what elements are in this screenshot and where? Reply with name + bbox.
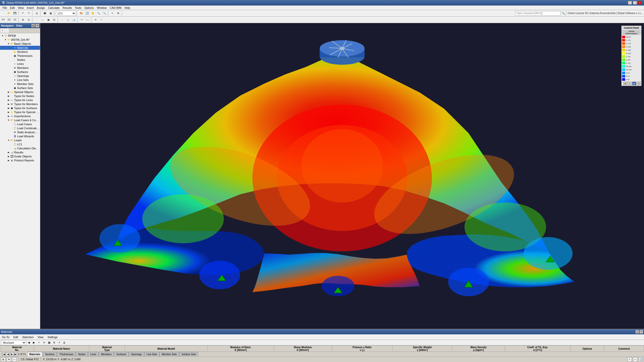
statusbar-btn2[interactable]: 👁 [7,357,11,362]
tree-item-openings[interactable]: □ Openings [0,74,40,78]
tab-members[interactable]: Members [99,352,114,356]
maximize-button[interactable]: □ [633,1,637,5]
settings-label[interactable]: Settings [47,336,59,339]
menu-item-help[interactable]: Help [123,6,132,10]
fit-view-button[interactable]: ⊡ [26,17,31,23]
menu-item-results[interactable]: Results [61,6,73,10]
tree-item-calc-diagrams[interactable]: 📊 Calculation Diagrams [0,146,40,150]
xz-view-button[interactable]: XZ [6,17,12,23]
tree-item-project[interactable]: ▼ 📁 000709_Zeit.rf6* [0,38,40,42]
tree-item-load-cases[interactable]: 📋 Load Cases [0,122,40,126]
save-button[interactable]: 💾 [12,11,18,16]
btm-nav-next-btn[interactable]: ▶ [32,340,36,345]
tab-openings[interactable]: Openings [129,352,144,356]
materials-table-container[interactable]: MaterialNo. Material Name MaterialType M… [0,345,644,351]
tree-item-member-sets[interactable]: ≡ Member Sets [0,82,40,86]
yz-view-button[interactable]: YZ [12,17,18,23]
statusbar-right-btn1[interactable]: + [627,357,632,362]
deform-toggle[interactable]: 〜 [79,17,85,23]
tree-item-imperfections[interactable]: ▶ ⚠ Imperfections [0,114,40,118]
btm-add-btn[interactable]: + [37,340,41,345]
legend-active-btn[interactable]: ■ [632,82,636,85]
iso-view-button[interactable]: ⊞ [20,17,26,23]
menu-item-file[interactable]: File [1,6,9,10]
tree-item-load-wizards[interactable]: 🔮 Load Wizards [0,134,40,138]
menu-item-insert[interactable]: Insert [25,6,35,10]
legend-close-btn[interactable]: ✕ [637,82,641,85]
tree-item-line-sets[interactable]: ≡ Line Sets [0,78,40,82]
tree-item-types-nodes[interactable]: ▶ · Types for Nodes [0,94,40,98]
tree-item-thicknesses[interactable]: ▦ Thicknesses [0,54,40,58]
navigator-float-button[interactable]: ◱ [31,24,35,27]
tree-item-printout-reports[interactable]: ▶ 🖨 Printout Reports [0,158,40,162]
rotate-button[interactable]: 🔄 [84,11,90,16]
menu-item-assign[interactable]: Assign [35,6,47,10]
minimize-button[interactable]: _ [628,1,632,5]
tree-item-types-lines[interactable]: ▶ — Types for Lines [0,98,40,102]
tree-item-nodes[interactable]: · Nodes [0,58,40,62]
tab-surface-sets[interactable]: Surface Sets [179,352,198,356]
menu-item-view[interactable]: View [16,6,25,10]
tree-item-types-surfaces[interactable]: ▶ ▣ Types for Surfaces [0,106,40,110]
print-button[interactable]: 🖨 [34,11,39,16]
tree-item-members[interactable]: ⊟ Members [0,66,40,70]
tree-item-guide-objects[interactable]: ▶ 🔲 Guide Objects [0,154,40,158]
load-case-select[interactable]: LC1 [56,11,76,16]
tree-item-load-combos[interactable]: 📋 Load Combinations [0,126,40,130]
expand-all-button[interactable]: + [1,29,5,33]
tree-item-rfem[interactable]: ▼ 📋 RFEM [0,34,40,38]
menu-item-cad-bim[interactable]: CAD-BIM [108,6,123,10]
menu-item-window[interactable]: Window [95,6,108,10]
zoom-in-button[interactable]: 🔍 [96,11,101,16]
results-toggle[interactable]: 📊 [71,17,76,23]
panel-float-button[interactable]: ◱ [635,330,639,334]
members-toggle[interactable]: ⊟ [51,17,57,23]
last-page-btn[interactable]: ▶| [14,352,18,356]
search-input[interactable] [515,11,560,16]
viewport[interactable]: Control Panel Global Deformations 49.22 … [40,23,644,329]
tab-nodes[interactable]: Nodes [76,352,88,356]
loads-toggle[interactable]: ↓ [59,17,65,23]
tab-materials[interactable]: Materials [27,352,43,356]
btm-delete-btn[interactable]: ✕ [42,340,46,345]
new-button[interactable]: 📄 [1,11,6,16]
nodes-toggle[interactable]: · [34,17,39,23]
tree-item-lc1[interactable]: 📋 LC1 [0,142,40,146]
lines-toggle[interactable]: — [40,17,45,23]
render-button[interactable]: 🎨 [78,11,84,16]
tab-lines[interactable]: Lines [88,352,99,356]
menu-item-calculate[interactable]: Calculate [47,6,61,10]
tree-item-load-cases-combos[interactable]: ▼ 📂 Load Cases & Combinations [0,118,40,122]
edit-label[interactable]: Edit [12,336,19,339]
btm-filter-btn[interactable]: ▦ [47,340,51,345]
supports-toggle[interactable]: △ [65,17,71,23]
btm-export-btn[interactable]: ↗ [57,340,61,345]
view3d-button[interactable]: 🔳 [42,11,48,16]
navigator-close-button[interactable]: ✕ [35,24,39,27]
move-button[interactable]: ✥ [115,11,121,16]
zoom-out-button[interactable]: 🔍 [102,11,107,16]
statusbar-btn1[interactable]: ⊞ [1,357,6,362]
close-button[interactable]: ✕ [638,1,642,5]
tree-item-sections[interactable]: 📐 Sections [0,50,40,54]
pan-button[interactable]: ✋ [90,11,96,16]
tab-surfaces[interactable]: Surfaces [114,352,128,356]
statusbar-right-btn3[interactable]: 🔄 [638,357,643,362]
selection-label[interactable]: Selection [21,336,34,339]
delete-button[interactable]: ✕ [93,17,98,23]
tab-line-sets[interactable]: Line Sets [144,352,159,356]
tab-sections[interactable]: Sections [43,352,57,356]
tab-thicknesses[interactable]: Thicknesses [57,352,76,356]
select-button[interactable]: ↖ [110,11,115,16]
view-label[interactable]: View [36,336,45,339]
tree-item-surface-sets[interactable]: ▣ Surface Sets [0,86,40,90]
menu-item-options[interactable]: Options [83,6,95,10]
tab-member-sets[interactable]: Member Sets [159,352,179,356]
tree-item-results[interactable]: ▶ 📊 Results [0,150,40,154]
statusbar-btn3[interactable]: — [12,357,17,362]
tree-item-types-special[interactable]: ▶ ⭐ Types for Special Objects [0,110,40,114]
tree-item-lines[interactable]: — Lines [0,62,40,66]
next-page-btn[interactable]: ▶ [10,352,14,356]
tree-item-special-objects[interactable]: ▶ ⭐ Special Objects [0,90,40,94]
panel-close-button[interactable]: ✕ [639,330,643,334]
